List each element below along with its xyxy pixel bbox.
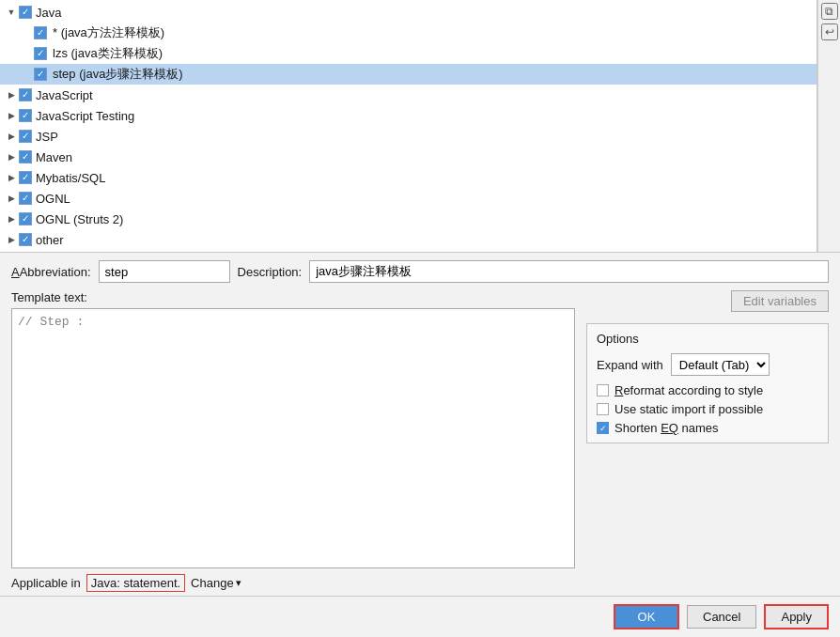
- tree-arrow-javascript: [4, 87, 19, 102]
- tree-item-javascript-testing[interactable]: JavaScript Testing: [0, 105, 817, 126]
- description-label: Description:: [238, 265, 303, 279]
- checkbox-ognl[interactable]: [19, 192, 32, 205]
- tree-item-java-class[interactable]: lzs (java类注释模板): [0, 43, 817, 64]
- applicable-value: Java: statement.: [86, 574, 185, 592]
- tree-label-mybatis: Mybatis/SQL: [36, 171, 105, 185]
- tree-arrow-other: [4, 232, 19, 247]
- tree-item-jsp[interactable]: JSP: [0, 126, 817, 147]
- checkbox-java-step[interactable]: [34, 68, 47, 81]
- checkbox-maven[interactable]: [19, 150, 32, 163]
- tree-label-ognl-struts: OGNL (Struts 2): [36, 212, 123, 226]
- tree-label-java: Java: [36, 6, 61, 20]
- checkbox-javascript[interactable]: [19, 88, 32, 101]
- cancel-button[interactable]: Cancel: [687, 605, 756, 629]
- checkbox-other[interactable]: [19, 233, 32, 246]
- tree-arrow-ognl: [4, 191, 19, 206]
- tree-label-maven: Maven: [36, 150, 72, 164]
- tree-item-java-method[interactable]: * (java方法注释模板): [0, 23, 817, 43]
- checkbox-java-class[interactable]: [34, 47, 47, 60]
- icon-bar: ⧉ ↩: [817, 0, 840, 252]
- tree-arrow-ognl-struts: [4, 211, 19, 226]
- tree-panel: Java * (java方法注释模板) lzs (java类注释模板) step…: [0, 0, 817, 252]
- checkbox-java-method[interactable]: [34, 26, 47, 39]
- checkbox-java[interactable]: [19, 6, 32, 19]
- tree-arrow-maven: [4, 149, 19, 164]
- options-group: Options Expand with Default (Tab) Tab En…: [586, 323, 829, 443]
- top-section: Java * (java方法注释模板) lzs (java类注释模板) step…: [0, 0, 840, 253]
- ok-button[interactable]: OK: [614, 604, 679, 629]
- abbreviation-input[interactable]: [99, 260, 230, 283]
- static-import-row: Use static import if possible: [597, 402, 818, 416]
- options-title: Options: [597, 332, 818, 346]
- options-panel: Edit variables Options Expand with Defau…: [586, 290, 829, 568]
- expand-label: Expand with: [597, 358, 663, 372]
- applicable-row: Applicable in Java: statement. Change: [11, 568, 829, 596]
- template-textarea[interactable]: // Step :: [11, 308, 575, 568]
- reformat-label: Reformat according to style: [614, 383, 763, 397]
- reformat-row: Reformat according to style: [597, 383, 818, 397]
- shorten-eq-label: Shorten EQ names: [614, 421, 719, 435]
- tree-item-java-step[interactable]: step (java步骤注释模板): [0, 64, 817, 85]
- tree-item-ognl[interactable]: OGNL: [0, 188, 817, 209]
- checkbox-jsp[interactable]: [19, 130, 32, 143]
- expand-row: Expand with Default (Tab) Tab Enter Spac…: [597, 353, 818, 376]
- tree-item-ognl-struts[interactable]: OGNL (Struts 2): [0, 209, 817, 229]
- abbreviation-label: AAbbreviation:: [11, 265, 91, 279]
- template-label: Template text:: [11, 290, 575, 304]
- tree-item-javascript[interactable]: JavaScript: [0, 85, 817, 105]
- undo-button[interactable]: ↩: [821, 23, 838, 40]
- reformat-checkbox[interactable]: [597, 384, 609, 396]
- bottom-section: AAbbreviation: Description: Template tex…: [0, 253, 840, 596]
- middle-section: Template text: // Step : Edit variables …: [11, 290, 829, 568]
- apply-button[interactable]: Apply: [764, 604, 829, 629]
- change-button[interactable]: Change: [191, 576, 241, 590]
- tree-item-java[interactable]: Java: [0, 2, 817, 23]
- tree-label-jsp: JSP: [36, 130, 58, 144]
- tree-arrow-jsp: [4, 129, 19, 144]
- checkbox-mybatis[interactable]: [19, 171, 32, 184]
- tree-item-mybatis[interactable]: Mybatis/SQL: [0, 167, 817, 188]
- tree-item-other[interactable]: other: [0, 229, 817, 250]
- tree-arrow-mybatis: [4, 170, 19, 185]
- footer: OK Cancel Apply: [0, 596, 840, 637]
- expand-select[interactable]: Default (Tab) Tab Enter Space: [671, 353, 770, 376]
- tree-label-java-method: * (java方法注释模板): [51, 24, 164, 41]
- tree-label-ognl: OGNL: [36, 192, 70, 206]
- static-import-checkbox[interactable]: [597, 403, 609, 415]
- tree-label-java-step: step (java步骤注释模板): [51, 66, 183, 83]
- tree-label-javascript-testing: JavaScript Testing: [36, 109, 134, 123]
- tree-arrow-javascript-testing: [4, 108, 19, 123]
- tree-label-other: other: [36, 233, 64, 247]
- description-input[interactable]: [309, 260, 829, 283]
- copy-button[interactable]: ⧉: [821, 3, 838, 20]
- tree-arrow-java: [4, 5, 19, 20]
- main-container: Java * (java方法注释模板) lzs (java类注释模板) step…: [0, 0, 840, 637]
- shorten-eq-row: Shorten EQ names: [597, 421, 818, 435]
- tree-label-java-class: lzs (java类注释模板): [51, 45, 163, 62]
- static-import-label: Use static import if possible: [614, 402, 763, 416]
- checkbox-ognl-struts[interactable]: [19, 212, 32, 225]
- shorten-eq-checkbox[interactable]: [597, 422, 609, 434]
- abbrev-desc-row: AAbbreviation: Description:: [11, 260, 829, 283]
- applicable-label: Applicable in: [11, 576, 81, 590]
- tree-item-maven[interactable]: Maven: [0, 147, 817, 167]
- tree-label-javascript: JavaScript: [36, 88, 93, 102]
- edit-variables-button[interactable]: Edit variables: [731, 290, 829, 312]
- checkbox-javascript-testing[interactable]: [19, 109, 32, 122]
- template-area: Template text: // Step :: [11, 290, 575, 568]
